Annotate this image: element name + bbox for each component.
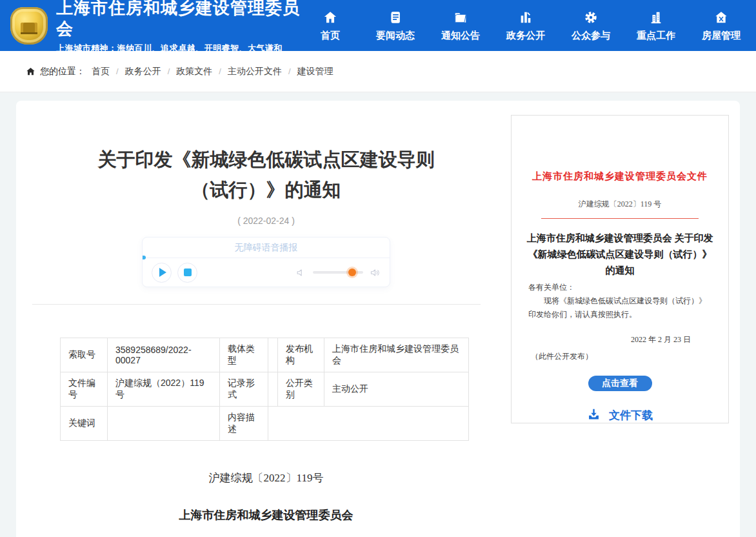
- nav-label: 政务公开: [506, 30, 545, 42]
- nav-label: 重点工作: [637, 30, 675, 42]
- site-title-block: 上海市住房和城乡建设管理委员会 上海城市精神：海纳百川、追求卓越、开明睿智、大气…: [56, 0, 307, 54]
- play-icon: [159, 268, 166, 277]
- volume-slider[interactable]: [313, 271, 363, 274]
- site-slogan: 上海城市精神：海纳百川、追求卓越、开明睿智、大气谦和: [56, 43, 307, 54]
- meta-value-doc-number: 沪建综规（2022）119 号: [108, 372, 220, 407]
- meta-label-doc-number: 文件编号: [61, 372, 108, 407]
- meta-value-index-number: 3589258689/2022-00027: [108, 338, 220, 372]
- meta-label-issuing-agency: 发布机构: [278, 338, 324, 372]
- site-title: 上海市住房和城乡建设管理委员会: [56, 0, 307, 39]
- nav-item-news[interactable]: 要闻动态: [372, 10, 419, 42]
- breadcrumb-separator: /: [116, 66, 119, 76]
- nav-item-housing[interactable]: 房屋管理: [698, 10, 744, 42]
- preview-salutation: 各有关单位：: [528, 281, 711, 294]
- nav-item-notice[interactable]: 通知公告: [437, 10, 484, 42]
- doc-issuing-org: 上海市住房和城乡建设管理委员会: [52, 507, 481, 523]
- doc-number: 沪建综规〔2022〕119号: [52, 471, 481, 485]
- meta-value-record-form: [268, 372, 278, 407]
- breadcrumb-item-open-files[interactable]: 主动公开文件: [228, 66, 282, 77]
- download-icon: [587, 407, 601, 423]
- audio-reader-label-row: 无障碍语音播报: [143, 238, 390, 258]
- breadcrumb-separator: /: [219, 66, 221, 76]
- preview-paragraph: 现将《新城绿色低碳试点区建设导则（试行）》印发给你们，请认真按照执行。: [528, 294, 711, 321]
- page-body: 关于印发《新城绿色低碳试点区建设导则（试行）》的通知 ( 2022-02-24 …: [0, 92, 756, 537]
- table-row: 索取号 3589258689/2022-00027 载体类型 发布机构 上海市住…: [61, 338, 469, 372]
- meta-label-record-form: 记录形式: [220, 372, 268, 407]
- meta-label-content-desc: 内容描述: [220, 407, 268, 441]
- preview-doc-title-line1: 上海市住房和城乡建设管理委员会: [527, 233, 672, 243]
- breadcrumb: 您的位置： 首页 / 政务公开 / 政策文件 / 主动公开文件 / 建设管理: [0, 51, 756, 92]
- audio-reader-widget: 无障碍语音播报: [142, 237, 390, 287]
- breadcrumb-item-home[interactable]: 首页: [92, 66, 110, 77]
- meta-value-carrier-type: [268, 338, 278, 372]
- table-row: 文件编号 沪建综规（2022）119 号 记录形式 公开类别 主动公开: [61, 372, 469, 407]
- gear-icon: [584, 10, 598, 25]
- meta-label-index-number: 索取号: [61, 338, 108, 372]
- nav-label: 要闻动态: [376, 30, 415, 42]
- nav-label: 通知公告: [441, 30, 480, 42]
- building-icon: [649, 10, 663, 25]
- main-nav: 首页 要闻动态 通知公告 政务公开 公众参与: [307, 10, 744, 42]
- folder-icon: [453, 10, 468, 25]
- meta-value-open-category: 主动公开: [324, 372, 469, 407]
- breadcrumb-prefix: 您的位置：: [40, 66, 85, 77]
- nav-item-home[interactable]: 首页: [307, 10, 353, 42]
- preview-date: 2022 年 2 月 23 日: [512, 334, 728, 345]
- file-download-link[interactable]: 文件下载: [512, 407, 728, 423]
- article-main: 关于印发《新城绿色低碳试点区建设导则（试行）》的通知 ( 2022-02-24 …: [52, 101, 481, 537]
- meta-label-keywords: 关键词: [61, 407, 108, 441]
- page-title: 关于印发《新城绿色低碳试点区建设导则（试行）》的通知: [90, 145, 442, 205]
- site-header: 上海市住房和城乡建设管理委员会 上海城市精神：海纳百川、追求卓越、开明睿智、大气…: [0, 0, 756, 51]
- stop-icon: [184, 268, 192, 276]
- content-card: 关于印发《新城绿色低碳试点区建设导则（试行）》的通知 ( 2022-02-24 …: [16, 101, 740, 537]
- preview-file-header: 上海市住房和城乡建设管理委员会文件: [512, 170, 728, 183]
- audio-controls: [143, 258, 390, 287]
- audio-reader-label: 无障碍语音播报: [235, 242, 298, 252]
- nav-item-key-work[interactable]: 重点工作: [633, 10, 679, 42]
- nav-label: 首页: [321, 30, 340, 42]
- volume-down-icon[interactable]: [295, 267, 306, 278]
- table-row: 关键词 内容描述: [61, 407, 469, 441]
- volume-up-icon[interactable]: [370, 267, 381, 278]
- meta-label-open-category: 公开类别: [278, 372, 324, 407]
- download-label: 文件下载: [609, 408, 653, 423]
- volume-handle[interactable]: [348, 268, 356, 276]
- home-icon: [323, 10, 337, 25]
- document-preview-card: 上海市住房和城乡建设管理委员会文件 沪建综规〔2022〕119 号 上海市住房和…: [511, 115, 729, 423]
- play-button[interactable]: [152, 263, 172, 283]
- breadcrumb-home-icon: [26, 65, 40, 77]
- meta-value-keywords: [108, 407, 220, 441]
- breadcrumb-item-gov-info[interactable]: 政务公开: [125, 66, 161, 77]
- nav-item-gov-info[interactable]: 政务公开: [502, 10, 549, 42]
- breadcrumb-item-policy-files[interactable]: 政策文件: [176, 66, 212, 77]
- breadcrumb-separator: /: [168, 66, 170, 76]
- preview-doc-body: 各有关单位： 现将《新城绿色低碳试点区建设导则（试行）》印发给你们，请认真按照执…: [528, 281, 711, 321]
- chart-icon: [519, 10, 533, 25]
- breadcrumb-separator: /: [288, 66, 291, 76]
- preview-red-divider: [541, 218, 699, 219]
- publish-date: ( 2022-02-24 ): [52, 216, 481, 226]
- meta-value-content-desc: [268, 407, 469, 441]
- nav-label: 公众参与: [572, 30, 610, 42]
- house-tools-icon: [714, 10, 728, 25]
- nav-item-participation[interactable]: 公众参与: [568, 10, 614, 42]
- preview-doc-number: 沪建综规〔2022〕119 号: [512, 199, 728, 210]
- site-logo: [10, 7, 48, 45]
- stop-button[interactable]: [177, 263, 197, 283]
- news-icon: [388, 10, 403, 25]
- breadcrumb-item-construction-mgmt[interactable]: 建设管理: [297, 66, 333, 77]
- preview-public-note: （此件公开发布）: [512, 351, 728, 362]
- view-document-button[interactable]: 点击查看: [588, 376, 652, 391]
- meta-value-issuing-agency: 上海市住房和城乡建设管理委员会: [324, 338, 469, 372]
- preview-doc-title: 上海市住房和城乡建设管理委员会 关于印发《新城绿色低碳试点区建设导则（试行）》的…: [526, 230, 714, 279]
- meta-label-carrier-type: 载体类型: [220, 338, 268, 372]
- nav-label: 房屋管理: [702, 30, 741, 42]
- section-divider: [32, 304, 481, 305]
- document-meta-table: 索取号 3589258689/2022-00027 载体类型 发布机构 上海市住…: [60, 338, 469, 441]
